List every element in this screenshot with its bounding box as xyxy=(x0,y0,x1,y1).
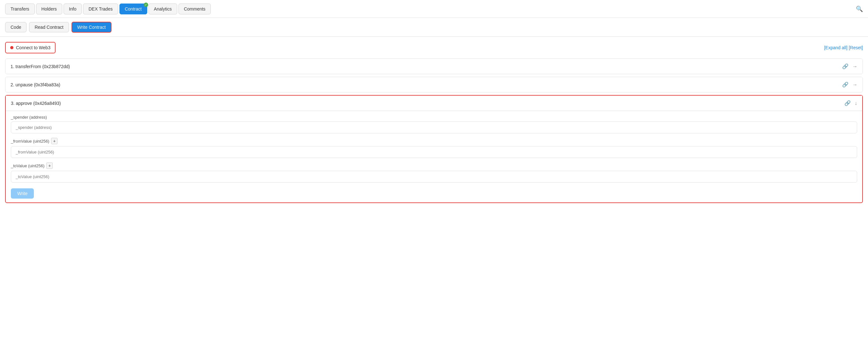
subtab-read-contract[interactable]: Read Contract xyxy=(29,22,69,32)
tab-comments[interactable]: Comments xyxy=(179,3,211,15)
connect-btn-label: Connect to Web3 xyxy=(16,45,51,50)
main-content: Connect to Web3 [Expand all] [Reset] 1. … xyxy=(0,37,868,211)
param-label-fromvalue: _fromValue (uint256) + xyxy=(11,138,857,144)
plus-btn-fromvalue[interactable]: + xyxy=(51,138,58,144)
connect-status-dot xyxy=(10,46,13,49)
function-icons-2: 🔗 → xyxy=(842,82,858,88)
tab-transfers[interactable]: Transfers xyxy=(5,3,35,15)
sub-navigation: Code Read Contract Write Contract xyxy=(0,18,868,37)
connect-row: Connect to Web3 [Expand all] [Reset] xyxy=(5,42,863,53)
reset-link[interactable]: [Reset] xyxy=(849,45,863,50)
function-title-2: 2. unpause (0x3f4ba83a) xyxy=(10,82,60,87)
link-icon-1[interactable]: 🔗 xyxy=(842,63,848,69)
expand-reset-controls: [Expand all] [Reset] xyxy=(824,45,863,50)
function-title-1: 1. transferFrom (0x23b872dd) xyxy=(10,64,70,69)
expand-all-link[interactable]: [Expand all] xyxy=(824,45,847,50)
function-row-3: 3. approve (0x426a8493) 🔗 ↓ _spender (ad… xyxy=(5,95,863,203)
param-tovalue-text: _toValue (uint256) xyxy=(11,163,44,168)
subtab-write-contract[interactable]: Write Contract xyxy=(71,22,112,33)
top-navigation: Transfers Holders Info DEX Trades Contra… xyxy=(0,0,868,18)
contract-verified-badge: ✓ xyxy=(144,3,148,7)
function-header-2[interactable]: 2. unpause (0x3f4ba83a) 🔗 → xyxy=(5,77,863,92)
tab-contract[interactable]: Contract ✓ xyxy=(119,3,147,15)
connect-web3-button[interactable]: Connect to Web3 xyxy=(5,42,56,53)
param-spender-text: _spender (address) xyxy=(11,115,47,120)
function-body-3: _spender (address) _fromValue (uint256) … xyxy=(6,111,862,202)
subtab-code[interactable]: Code xyxy=(5,22,27,32)
write-button[interactable]: Write xyxy=(11,188,34,199)
function-icons-3: 🔗 ↓ xyxy=(844,100,857,106)
arrow-right-icon-2[interactable]: → xyxy=(852,82,858,88)
param-input-spender[interactable] xyxy=(11,121,857,133)
param-input-fromvalue[interactable] xyxy=(11,146,857,158)
param-label-tovalue: _toValue (uint256) + xyxy=(11,163,857,169)
link-icon-2[interactable]: 🔗 xyxy=(842,82,848,88)
function-row-2: 2. unpause (0x3f4ba83a) 🔗 → xyxy=(5,77,863,92)
function-header-3[interactable]: 3. approve (0x426a8493) 🔗 ↓ xyxy=(6,95,862,111)
arrow-right-icon-1[interactable]: → xyxy=(852,64,858,69)
search-button[interactable]: 🔍 xyxy=(856,5,863,12)
tab-info[interactable]: Info xyxy=(64,3,82,15)
function-header-1[interactable]: 1. transferFrom (0x23b872dd) 🔗 → xyxy=(5,59,863,74)
tab-dex-trades[interactable]: DEX Trades xyxy=(83,3,118,15)
contract-tab-label: Contract xyxy=(125,6,142,11)
param-fromvalue-text: _fromValue (uint256) xyxy=(11,139,49,144)
param-label-spender: _spender (address) xyxy=(11,115,857,120)
param-input-tovalue[interactable] xyxy=(11,171,857,183)
plus-btn-tovalue[interactable]: + xyxy=(46,163,53,169)
function-row-1: 1. transferFrom (0x23b872dd) 🔗 → xyxy=(5,58,863,74)
function-icons-1: 🔗 → xyxy=(842,63,858,69)
tab-analytics[interactable]: Analytics xyxy=(149,3,177,15)
link-icon-3[interactable]: 🔗 xyxy=(844,100,851,106)
collapse-icon-3[interactable]: ↓ xyxy=(855,101,857,106)
tab-holders[interactable]: Holders xyxy=(36,3,62,15)
function-title-3: 3. approve (0x426a8493) xyxy=(11,101,61,106)
